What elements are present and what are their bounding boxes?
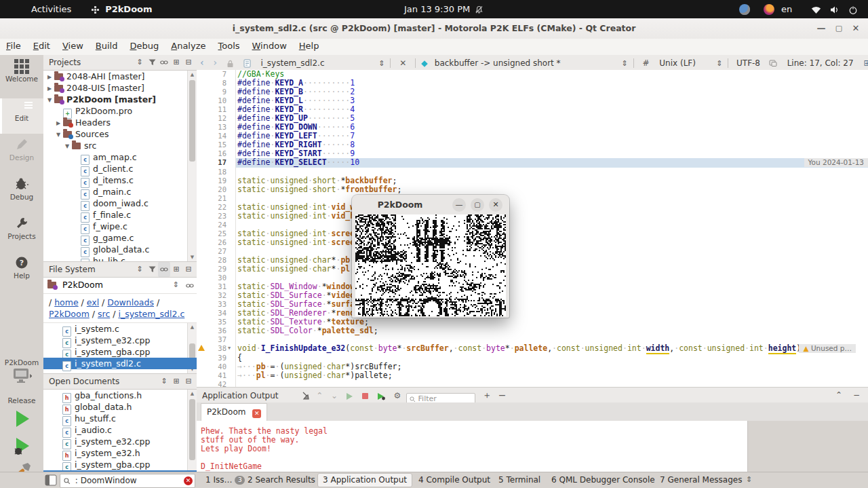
tree-item-g-game-c[interactable]: cg_game.c bbox=[43, 232, 197, 244]
activities-button[interactable]: Activities bbox=[31, 0, 71, 18]
locator-input[interactable]: : DoomWindow ✕ bbox=[60, 474, 195, 488]
expander-icon[interactable]: ▶ bbox=[47, 71, 54, 83]
mode-edit[interactable]: Edit bbox=[0, 98, 43, 134]
maximize-output-pane-icon[interactable]: ⌃ bbox=[835, 388, 842, 402]
fs-file-i-system-e32-cpp[interactable]: ci_system_e32.cpp bbox=[43, 335, 197, 346]
panel-combo-arrows-icon[interactable]: ⇕ bbox=[134, 262, 146, 277]
code-line-26[interactable]: 26static·unsigned·int·screen_height; bbox=[197, 238, 868, 247]
code-line-23[interactable]: 23static·unsigned·int·vid_height; bbox=[197, 212, 868, 221]
code-line-29[interactable]: 29static·unsigned·char*·pl·= bbox=[197, 265, 868, 274]
code-line-20[interactable]: 20static·unsigned·short·*frontbuffer; bbox=[197, 185, 868, 194]
menu-analyze[interactable]: Analyze bbox=[165, 39, 212, 53]
tree-item-headers[interactable]: ▶Headers bbox=[43, 117, 197, 128]
doom-maximize-button[interactable]: ▢ bbox=[471, 198, 484, 212]
tree-item-2048-ahi-master-[interactable]: ▶2048-AHI [master] bbox=[43, 71, 197, 82]
breadcrumb-segment[interactable]: src bbox=[98, 309, 110, 319]
mode-debug[interactable]: Debug bbox=[0, 177, 43, 212]
open-file-dropdown[interactable]: i_system_sdl2.c bbox=[257, 56, 376, 71]
lock-icon[interactable] bbox=[223, 56, 237, 71]
doom-close-button[interactable]: ✕ bbox=[489, 198, 502, 212]
menu-edit[interactable]: Edit bbox=[27, 39, 56, 53]
doom-minimize-button[interactable]: — bbox=[452, 198, 466, 212]
encoding-indicator[interactable]: UTF-8 bbox=[734, 58, 763, 68]
tree-item-p2kdoom-pro[interactable]: +P2kDoom.pro bbox=[43, 105, 197, 117]
app-indicator[interactable]: P2kDoom bbox=[90, 0, 153, 18]
forward-icon[interactable]: › bbox=[210, 55, 220, 70]
open-doc-global-data-h[interactable]: hglobal_data.h bbox=[43, 401, 197, 413]
menu-window[interactable]: Window bbox=[246, 39, 293, 53]
tree-item-d-items-c[interactable]: cd_items.c bbox=[43, 174, 197, 186]
link-with-editor-icon[interactable] bbox=[158, 262, 170, 277]
close-panel-icon[interactable]: ⊟ bbox=[182, 262, 195, 277]
link-with-editor-icon[interactable] bbox=[158, 55, 170, 70]
menu-file[interactable]: File bbox=[0, 39, 27, 53]
close-document-icon[interactable]: ✕ bbox=[396, 56, 410, 71]
mode-help[interactable]: ?Help bbox=[0, 256, 43, 291]
combo-arrows-icon[interactable]: ⇕ bbox=[173, 278, 179, 293]
menu-help[interactable]: Help bbox=[293, 39, 326, 53]
output-rerun-debug-icon[interactable] bbox=[374, 391, 389, 400]
back-icon[interactable]: ‹ bbox=[197, 55, 208, 70]
output-pane-button-7[interactable]: 7 General Messages bbox=[655, 474, 747, 487]
cursor-position-indicator[interactable]: Line: 17, Col: 27 bbox=[783, 58, 858, 68]
kit-selector[interactable] bbox=[0, 367, 43, 385]
tree-item-2048-uis-master-[interactable]: ▶2048-UIS [master] bbox=[43, 82, 197, 94]
prev-item-icon[interactable]: ⌃ bbox=[313, 391, 326, 400]
output-pane-button-4[interactable]: 4 Compile Output bbox=[414, 474, 495, 487]
tree-item-doom-iwad-c[interactable]: cdoom_iwad.c bbox=[43, 198, 197, 209]
debug-run-button[interactable] bbox=[11, 435, 33, 457]
keyboard-layout-indicator[interactable]: en bbox=[781, 0, 792, 18]
window-maximize-button[interactable]: ▢ bbox=[831, 21, 846, 36]
macro-hash-indicator[interactable]: # bbox=[639, 56, 652, 71]
window-close-button[interactable]: ✕ bbox=[848, 21, 863, 36]
doom-game-framebuffer[interactable] bbox=[355, 214, 506, 316]
open-doc-gba-functions-h[interactable]: hgba_functions.h bbox=[43, 390, 197, 401]
tree-item-hu-lib-c[interactable]: chu_lib.c bbox=[43, 255, 197, 261]
tree-item-sources[interactable]: ▼Sources bbox=[43, 128, 197, 140]
minimize-output-pane-icon[interactable]: − bbox=[853, 388, 860, 402]
application-output-text[interactable]: Phew. Thats the nasty legalstuff out of … bbox=[197, 421, 747, 478]
tree-item-d-main-c[interactable]: cd_main.c bbox=[43, 186, 197, 198]
fs-file-i-system-sdl2-c[interactable]: ci_system_sdl2.c bbox=[43, 358, 197, 369]
open-doc-i-system-e32-h[interactable]: hi_system_e32.h bbox=[43, 447, 197, 459]
code-line-42[interactable]: 42 bbox=[197, 380, 868, 387]
breadcrumb-segment[interactable]: Downloads bbox=[107, 297, 154, 307]
close-panel-icon[interactable]: ⊟ bbox=[182, 374, 195, 389]
toggle-left-sidebar-icon[interactable] bbox=[45, 474, 57, 486]
split-editor-icon[interactable]: ⊞ bbox=[860, 56, 868, 71]
filter-icon[interactable] bbox=[146, 55, 158, 70]
window-titlebar[interactable]: i_system_sdl2.c (src @ P2kDoom) [master]… bbox=[0, 18, 868, 39]
symbol-dropdown[interactable]: backbuffer -> unsigned short * bbox=[431, 56, 619, 71]
expander-icon[interactable]: ▼ bbox=[65, 140, 72, 152]
window-minimize-button[interactable]: — bbox=[814, 21, 829, 36]
mode-welcome[interactable]: Welcome bbox=[0, 59, 43, 94]
wifi-icon[interactable] bbox=[811, 0, 821, 18]
tree-item-d-client-c[interactable]: cd_client.c bbox=[43, 163, 197, 174]
file-properties-icon[interactable] bbox=[766, 56, 781, 71]
breadcrumb-segment[interactable]: exl bbox=[87, 297, 99, 307]
power-icon[interactable] bbox=[848, 0, 858, 18]
panel-combo-arrows-icon[interactable]: ⇕ bbox=[134, 55, 146, 70]
fs-file-i-system-gba-cpp[interactable]: ci_system_gba.cpp bbox=[43, 346, 197, 358]
close-output-tab-icon[interactable]: ✕ bbox=[252, 409, 261, 418]
doom-game-window[interactable]: P2kDoom — ▢ ✕ bbox=[352, 195, 509, 318]
close-panel-icon[interactable]: ⊟ bbox=[182, 55, 195, 70]
code-line-36[interactable]: 36static·SDL_Color·*palette_sdl; bbox=[197, 326, 868, 335]
filesystem-root-selector[interactable]: P2kDoom ⇕ bbox=[43, 278, 197, 294]
sync-root-icon[interactable] bbox=[186, 278, 194, 293]
split-panel-icon[interactable]: ⊞ bbox=[170, 374, 182, 389]
tree-item-p2kdoom-master-[interactable]: ▼P2kDoom [master] bbox=[43, 94, 197, 105]
tree-item-global-data-c[interactable]: cglobal_data.c bbox=[43, 244, 197, 255]
next-item-icon[interactable]: ⌄ bbox=[328, 391, 340, 400]
expander-icon[interactable]: ▶ bbox=[56, 117, 63, 129]
output-tab-p2kdoom[interactable]: P2kDoom ✕ bbox=[201, 403, 267, 421]
code-line-41[interactable]: 41→···pl·=·(unsigned·char*)pallete; bbox=[197, 371, 868, 380]
output-run-icon[interactable] bbox=[343, 391, 356, 400]
output-stop-icon[interactable] bbox=[359, 391, 372, 400]
document-icon[interactable] bbox=[240, 56, 254, 71]
fs-file-i-system-c[interactable]: ci_system.c bbox=[43, 323, 197, 335]
clear-output-icon[interactable] bbox=[301, 391, 311, 400]
breadcrumb-segment[interactable]: home bbox=[54, 297, 78, 307]
tree-item-src[interactable]: ▼src bbox=[43, 140, 197, 151]
mode-design[interactable]: Design bbox=[0, 138, 43, 173]
